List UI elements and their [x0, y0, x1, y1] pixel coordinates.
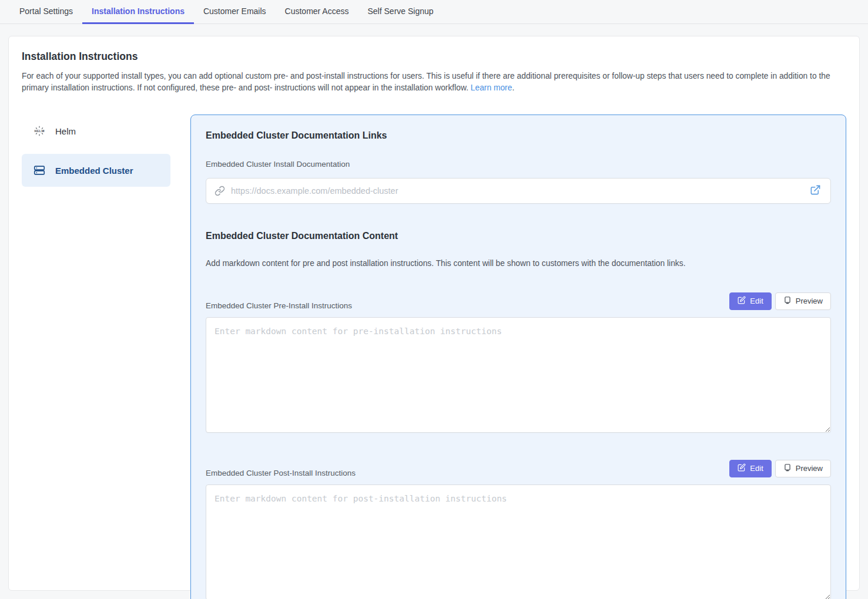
edit-pencil-icon [738, 463, 746, 474]
edit-pencil-icon [738, 296, 746, 307]
sidebar-item-label: Embedded Cluster [55, 166, 133, 176]
documentation-content-heading: Embedded Cluster Documentation Content [206, 231, 831, 241]
post-install-label-row: Embedded Cluster Post-Install Instructio… [206, 460, 831, 477]
edit-button-label: Edit [750, 297, 763, 306]
pre-install-edit-button[interactable]: Edit [729, 292, 771, 310]
sidebar-item-embedded-cluster[interactable]: Embedded Cluster [22, 154, 170, 187]
pre-install-label-row: Embedded Cluster Pre-Install Instruction… [206, 292, 831, 310]
svg-text:HELM: HELM [35, 129, 45, 133]
tab-self-serve-signup[interactable]: Self Serve Signup [358, 0, 443, 24]
tab-installation-instructions[interactable]: Installation Instructions [82, 0, 194, 24]
pre-install-markdown-textarea[interactable] [206, 317, 831, 433]
pre-install-label: Embedded Cluster Pre-Install Instruction… [206, 301, 352, 310]
chain-link-icon [215, 186, 225, 196]
post-install-label: Embedded Cluster Post-Install Instructio… [206, 469, 356, 477]
install-documentation-label: Embedded Cluster Install Documentation [206, 160, 831, 169]
documentation-links-heading: Embedded Cluster Documentation Links [206, 130, 831, 141]
tab-portal-settings[interactable]: Portal Settings [10, 0, 82, 24]
installation-instructions-card: Installation Instructions For each of yo… [8, 36, 860, 591]
edit-button-label: Edit [750, 464, 763, 473]
settings-tabbar: Portal Settings Installation Instruction… [0, 0, 868, 24]
learn-more-link[interactable]: Learn more [471, 83, 512, 92]
documentation-content-description: Add markdown content for pre and post in… [206, 259, 831, 268]
pre-install-mode-toggle: Edit Preview [729, 292, 831, 310]
pre-install-preview-button[interactable]: Preview [775, 292, 831, 310]
post-install-edit-button[interactable]: Edit [729, 460, 771, 477]
open-external-link-button[interactable] [809, 183, 822, 198]
post-install-preview-button[interactable]: Preview [775, 460, 831, 477]
page-title: Installation Instructions [22, 51, 846, 63]
learn-more-suffix: . [512, 83, 514, 92]
preview-button-label: Preview [796, 297, 823, 306]
install-type-nav: HELM Helm Embedded Cluster [22, 115, 170, 193]
post-install-markdown-textarea[interactable] [206, 484, 831, 599]
post-install-mode-toggle: Edit Preview [729, 460, 831, 477]
external-link-icon [810, 184, 821, 197]
page-description-text: For each of your supported install types… [22, 72, 830, 92]
page-description: For each of your supported install types… [22, 70, 846, 94]
install-documentation-url-field [206, 178, 831, 204]
tab-customer-emails[interactable]: Customer Emails [194, 0, 276, 24]
sidebar-item-label: Helm [55, 126, 76, 136]
preview-book-icon [783, 296, 792, 307]
install-documentation-url-input[interactable] [231, 186, 809, 196]
content-row: HELM Helm Embedded Cluster [22, 115, 846, 599]
server-stack-icon [33, 164, 46, 177]
tab-customer-access[interactable]: Customer Access [276, 0, 358, 24]
helm-icon: HELM [33, 124, 46, 137]
sidebar-item-helm[interactable]: HELM Helm [22, 115, 170, 147]
embedded-cluster-panel: Embedded Cluster Documentation Links Emb… [190, 115, 846, 599]
preview-button-label: Preview [796, 464, 823, 473]
preview-book-icon [783, 463, 792, 474]
